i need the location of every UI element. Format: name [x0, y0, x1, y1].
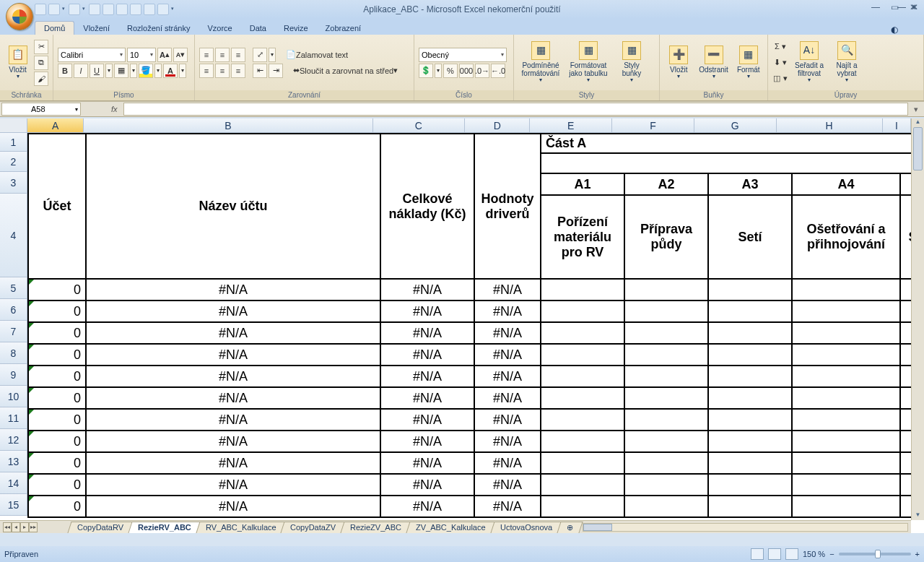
cell[interactable] [792, 344, 900, 366]
cell[interactable]: 0 [28, 452, 86, 474]
cell[interactable]: #N/A [474, 452, 541, 474]
bold-button[interactable]: B [58, 64, 72, 78]
decrease-decimal-icon[interactable]: ←.0 [491, 64, 505, 78]
row-header-8[interactable]: 8 [0, 342, 27, 364]
cell[interactable] [900, 322, 911, 344]
fill-icon[interactable]: ⬇ ▾ [772, 56, 788, 70]
fill-color-button[interactable]: 🪣 [139, 64, 153, 78]
cell[interactable] [792, 387, 900, 409]
minimize-button[interactable]: — [868, 1, 884, 13]
row-header-14[interactable]: 14 [0, 472, 27, 494]
shrink-font-icon[interactable]: A▾ [173, 48, 188, 62]
fx-label[interactable]: fx [111, 105, 118, 113]
cell[interactable]: #N/A [380, 431, 474, 452]
format-painter-icon[interactable]: 🖌 [34, 72, 48, 86]
cell[interactable] [541, 409, 624, 431]
cell[interactable]: #N/A [380, 409, 474, 431]
cell[interactable]: 0 [28, 344, 86, 366]
cell[interactable] [708, 387, 792, 409]
row-header-15[interactable]: 15 [0, 494, 27, 516]
sheet-tab-ZV_ABC_Kalkulace[interactable]: ZV_ABC_Kalkulace [406, 522, 496, 533]
cell[interactable] [624, 322, 708, 344]
cell[interactable]: Pořízení materiálu pro RV [541, 195, 624, 279]
cell[interactable] [900, 474, 911, 496]
workbook-close-button[interactable]: ✕ [907, 1, 923, 13]
zoom-in-button[interactable]: + [915, 550, 920, 558]
cell[interactable]: 0 [28, 496, 86, 517]
cell[interactable] [624, 366, 708, 387]
view-layout-icon[interactable] [768, 548, 781, 560]
sort-filter-button[interactable]: A↓Seřadit a filtrovat▾ [791, 39, 827, 87]
cell[interactable]: 0 [28, 279, 86, 301]
italic-button[interactable]: I [74, 64, 88, 78]
zoom-slider[interactable] [839, 553, 911, 555]
cell[interactable] [900, 452, 911, 474]
cell[interactable]: #N/A [380, 452, 474, 474]
cell[interactable]: #N/A [86, 279, 380, 301]
view-normal-icon[interactable] [751, 548, 764, 560]
cell[interactable] [900, 301, 911, 322]
cell[interactable] [624, 452, 708, 474]
cell[interactable] [900, 409, 911, 431]
decrease-indent-icon[interactable]: ⇤ [253, 64, 267, 78]
autosum-icon[interactable]: Σ ▾ [772, 40, 788, 54]
help-icon[interactable]: ◐ [891, 25, 898, 35]
cell[interactable]: #N/A [86, 344, 380, 366]
cell[interactable]: #N/A [86, 474, 380, 496]
cell[interactable] [708, 496, 792, 517]
cell-styles-button[interactable]: ▦Styly buňky▾ [614, 39, 650, 87]
cell[interactable] [900, 279, 911, 301]
border-drop[interactable]: ▾ [130, 64, 137, 78]
cell[interactable] [624, 387, 708, 409]
cell[interactable] [624, 279, 708, 301]
cell[interactable] [792, 366, 900, 387]
align-center-icon[interactable]: ≡ [215, 64, 230, 78]
accounting-format-icon[interactable]: 💲 [419, 64, 433, 78]
border-button[interactable]: ▦ [114, 64, 128, 78]
cell[interactable] [541, 387, 624, 409]
cell[interactable]: Ošetřování a přihnojování [792, 195, 900, 279]
cell[interactable] [708, 279, 792, 301]
align-top-icon[interactable]: ≡ [199, 48, 214, 62]
horizontal-scrollbar[interactable] [583, 523, 908, 532]
cell[interactable] [708, 366, 792, 387]
cell[interactable] [624, 301, 708, 322]
cell[interactable]: 0 [28, 409, 86, 431]
sheet-nav-next[interactable]: ▸ [20, 522, 29, 532]
row-header-6[interactable]: 6 [0, 299, 27, 321]
align-right-icon[interactable]: ≡ [231, 64, 245, 78]
cell[interactable]: #N/A [380, 366, 474, 387]
cell[interactable]: #N/A [474, 474, 541, 496]
cell[interactable]: #N/A [380, 496, 474, 517]
delete-cells-button[interactable]: ➖Odstranit▾ [696, 39, 731, 87]
cell[interactable]: #N/A [86, 322, 380, 344]
wrap-text-button[interactable]: 📄 Zalamovat text [283, 48, 351, 62]
column-header-F[interactable]: F [612, 118, 694, 133]
tab-revize[interactable]: Revize [275, 22, 317, 35]
cell[interactable]: #N/A [86, 431, 380, 452]
row-header-1[interactable]: 1 [0, 133, 27, 152]
cell[interactable] [900, 366, 911, 387]
format-as-table-button[interactable]: ▦Formátovat jako tabulku▾ [566, 39, 611, 87]
underline-drop[interactable]: ▾ [105, 64, 113, 78]
cell[interactable]: #N/A [474, 496, 541, 517]
cell[interactable] [708, 301, 792, 322]
cell[interactable] [900, 496, 911, 517]
cell[interactable]: #N/A [86, 366, 380, 387]
cell[interactable]: A4 [792, 173, 900, 195]
tab-zobrazeni[interactable]: Zobrazení [317, 22, 370, 35]
cell[interactable]: Účet [28, 134, 86, 279]
find-select-button[interactable]: 🔍Najít a vybrat▾ [830, 39, 863, 87]
cell[interactable] [708, 452, 792, 474]
orientation-icon[interactable]: ⤢ [253, 48, 267, 62]
cell[interactable]: Příprava půdy [624, 195, 708, 279]
cell[interactable] [708, 431, 792, 452]
tab-data[interactable]: Data [241, 22, 275, 35]
row-header-11[interactable]: 11 [0, 407, 27, 429]
cell[interactable] [541, 474, 624, 496]
cell[interactable] [541, 496, 624, 517]
column-header-B[interactable]: B [84, 118, 372, 133]
sheet-tab-RezieZV_ABC[interactable]: RezieZV_ABC [341, 522, 411, 533]
cell[interactable]: A2 [624, 173, 708, 195]
paste-button[interactable]: 📋 Vložit ▾ [4, 39, 31, 87]
